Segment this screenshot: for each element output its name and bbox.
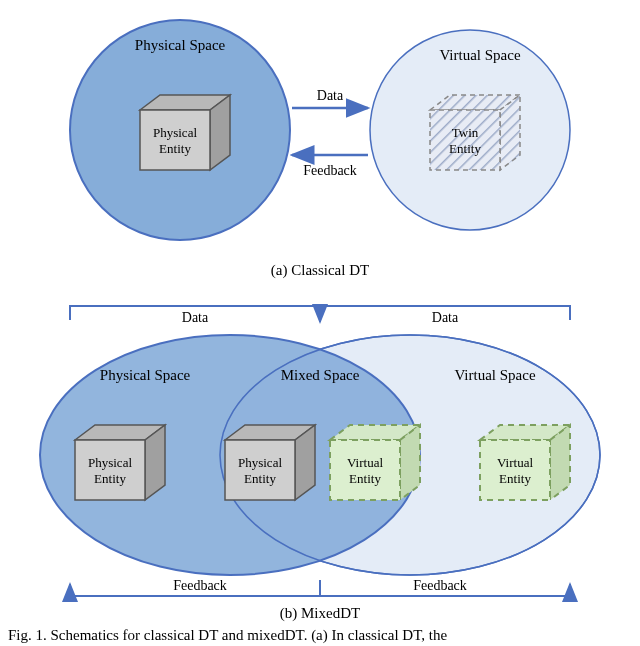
ve2-label-1: Virtual (497, 455, 533, 470)
twin-entity-cube: Twin Entity (430, 95, 520, 170)
virtual-space-label: Virtual Space (439, 47, 520, 63)
feedback-label-2: Feedback (413, 578, 467, 593)
feedback-arrow-label: Feedback (303, 163, 357, 178)
panel-b-caption: (b) MixedDT (280, 605, 360, 622)
panel-a-caption: (a) Classical DT (271, 262, 369, 279)
svg-rect-20 (480, 440, 550, 500)
physical-space-label-b: Physical Space (100, 367, 191, 383)
svg-rect-8 (430, 110, 500, 170)
virtual-entity-cube-2: Virtual Entity (480, 425, 570, 500)
physical-entity-cube: Physical Entity (140, 95, 230, 170)
data-arrow-label: Data (317, 88, 344, 103)
ve1-label-1: Virtual (347, 455, 383, 470)
pe2-label-1: Physical (238, 455, 282, 470)
feedback-label-1: Feedback (173, 578, 227, 593)
mixed-space-label: Mixed Space (281, 367, 360, 383)
diagram-svg: Physical Space Virtual Space Physical En… (0, 0, 640, 646)
ve1-label-2: Entity (349, 471, 381, 486)
data-label-2: Data (432, 310, 459, 325)
physical-space-label: Physical Space (135, 37, 226, 53)
panel-b: Physical Space Mixed Space Virtual Space… (40, 306, 600, 622)
svg-rect-5 (140, 110, 210, 170)
pe1-label-2: Entity (94, 471, 126, 486)
data-label-1: Data (182, 310, 209, 325)
svg-rect-17 (330, 440, 400, 500)
virtual-space-label-b: Virtual Space (454, 367, 535, 383)
figure-container: Physical Space Virtual Space Physical En… (0, 0, 640, 646)
physical-entity-label-2: Entity (159, 141, 191, 156)
svg-rect-11 (75, 440, 145, 500)
panel-a: Physical Space Virtual Space Physical En… (70, 20, 570, 279)
ve2-label-2: Entity (499, 471, 531, 486)
twin-entity-label-2: Entity (449, 141, 481, 156)
pe1-label-1: Physical (88, 455, 132, 470)
virtual-entity-cube-1: Virtual Entity (330, 425, 420, 500)
physical-entity-label-1: Physical (153, 125, 197, 140)
figure-caption: Fig. 1. Schematics for classical DT and … (8, 627, 447, 644)
physical-entity-cube-1: Physical Entity (75, 425, 165, 500)
physical-entity-cube-2: Physical Entity (225, 425, 315, 500)
svg-rect-14 (225, 440, 295, 500)
pe2-label-2: Entity (244, 471, 276, 486)
twin-entity-label-1: Twin (452, 125, 479, 140)
